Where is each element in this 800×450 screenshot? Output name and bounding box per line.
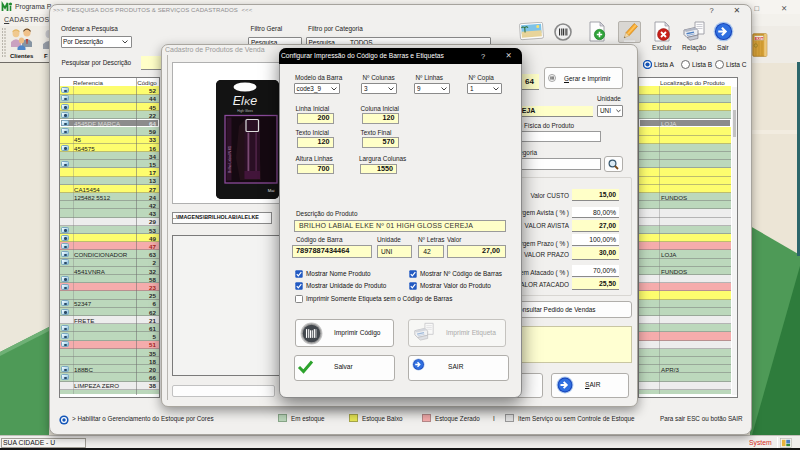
svg-text:EXIT: EXIT — [754, 37, 763, 41]
svg-text:Mai: Mai — [267, 187, 274, 192]
svg-text:High Gloss: High Gloss — [237, 108, 253, 112]
svg-text:ElKe: ElKe — [232, 94, 256, 108]
svg-text:Brilho Labial N 01: Brilho Labial N 01 — [227, 146, 231, 173]
